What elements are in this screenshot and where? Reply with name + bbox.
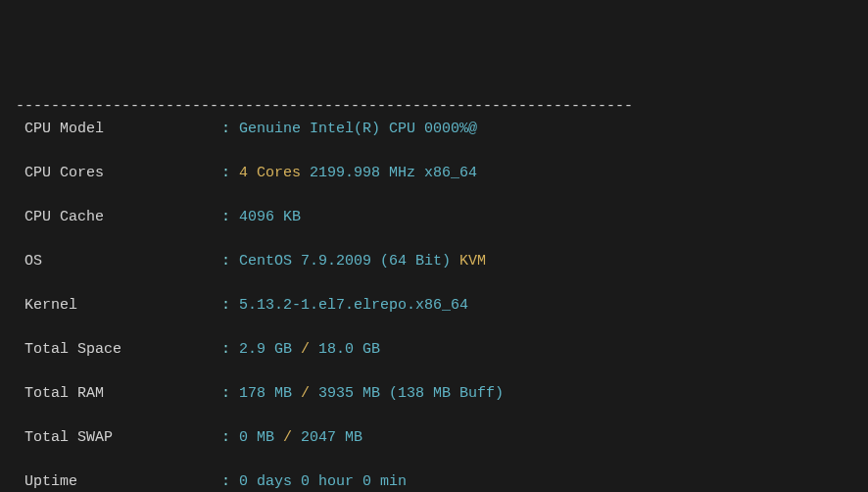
colon: : xyxy=(221,429,239,446)
label-cpu-model: CPU Model xyxy=(16,119,221,141)
colon: : xyxy=(221,473,239,490)
colon: : xyxy=(221,385,239,402)
row-os: OS: CentOS 7.9.2009 (64 Bit) KVM xyxy=(16,251,852,273)
value-total-ram-buff: (138 MB Buff) xyxy=(380,385,504,402)
label-total-space: Total Space xyxy=(16,339,221,362)
value-uptime: 0 days 0 hour 0 min xyxy=(239,473,407,490)
label-total-swap: Total SWAP xyxy=(16,427,221,450)
label-os: OS xyxy=(16,251,221,273)
value-slash: / xyxy=(274,429,301,446)
value-os-main: CentOS 7.9.2009 (64 Bit) xyxy=(239,253,451,270)
value-os-virt: KVM xyxy=(451,253,486,270)
value-cpu-cores-rest: 2199.998 MHz x86_64 xyxy=(301,165,477,181)
value-slash: / xyxy=(292,385,318,402)
label-total-ram: Total RAM xyxy=(16,383,221,406)
row-cpu-cores: CPU Cores: 4 Cores 2199.998 MHz x86_64 xyxy=(16,163,852,185)
value-total-ram-used: 178 MB xyxy=(239,385,292,402)
row-total-ram: Total RAM: 178 MB / 3935 MB (138 MB Buff… xyxy=(16,383,852,406)
row-cpu-cache: CPU Cache: 4096 KB xyxy=(16,207,852,229)
value-cpu-cache: 4096 KB xyxy=(239,209,301,225)
divider-top: ----------------------------------------… xyxy=(16,98,633,115)
value-total-space-used: 2.9 GB xyxy=(239,341,292,358)
colon: : xyxy=(221,341,239,358)
row-uptime: Uptime: 0 days 0 hour 0 min xyxy=(16,471,852,493)
colon: : xyxy=(221,297,239,314)
row-kernel: Kernel: 5.13.2-1.el7.elrepo.x86_64 xyxy=(16,295,852,318)
value-total-swap-total: 2047 MB xyxy=(301,429,362,446)
value-cpu-cores-count: 4 Cores xyxy=(239,165,301,181)
colon: : xyxy=(221,165,239,181)
value-total-ram-total: 3935 MB xyxy=(318,385,380,402)
value-kernel: 5.13.2-1.el7.elrepo.x86_64 xyxy=(239,297,468,314)
value-cpu-model: Genuine Intel(R) CPU 0000%@ xyxy=(239,121,477,137)
row-cpu-model: CPU Model: Genuine Intel(R) CPU 0000%@ xyxy=(16,119,852,141)
value-total-swap-used: 0 MB xyxy=(239,429,274,446)
label-kernel: Kernel xyxy=(16,295,221,318)
label-cpu-cores: CPU Cores xyxy=(16,163,221,185)
row-total-swap: Total SWAP: 0 MB / 2047 MB xyxy=(16,427,852,450)
label-cpu-cache: CPU Cache xyxy=(16,207,221,229)
value-slash: / xyxy=(292,341,318,358)
value-total-space-total: 18.0 GB xyxy=(318,341,380,358)
label-uptime: Uptime xyxy=(16,471,221,493)
colon: : xyxy=(221,209,239,225)
colon: : xyxy=(221,121,239,137)
row-total-space: Total Space: 2.9 GB / 18.0 GB xyxy=(16,339,852,362)
colon: : xyxy=(221,253,239,270)
